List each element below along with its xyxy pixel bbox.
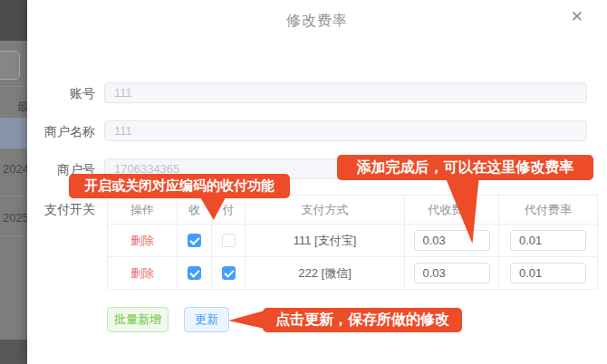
background-year-2024: 2024 bbox=[3, 162, 27, 176]
payment-method: 222 [微信] bbox=[246, 257, 405, 290]
background-input-fragment bbox=[0, 51, 20, 80]
update-tip-arrow bbox=[228, 311, 265, 329]
pay-checkbox[interactable] bbox=[222, 234, 236, 247]
account-input[interactable] bbox=[104, 82, 587, 103]
header-method: 支付方式 bbox=[246, 196, 405, 225]
payment-switch-label: 支付开关 bbox=[27, 202, 95, 218]
payment-method: 111 [支付宝] bbox=[246, 225, 405, 257]
payment-switch-table: 操作 收 付 支付方式 代收费率 代付费率 删除 111 [支付宝] 删除 22… bbox=[107, 195, 598, 290]
merchant-name-label: 商户名称 bbox=[27, 124, 95, 140]
receive-checkbox[interactable] bbox=[188, 266, 201, 280]
table-header-row: 操作 收 付 支付方式 代收费率 代付费率 bbox=[108, 196, 598, 225]
header-action: 操作 bbox=[108, 196, 178, 225]
table-row: 删除 222 [微信] bbox=[108, 257, 598, 290]
pay-checkbox[interactable] bbox=[222, 266, 236, 280]
pay-rate-input[interactable] bbox=[510, 230, 586, 251]
pay-rate-input[interactable] bbox=[510, 263, 586, 283]
batch-add-button[interactable]: 批量新增 bbox=[107, 307, 169, 332]
modify-rate-dialog: 修改费率 ✕ 账号 商户名称 商户号 支付开关 操作 收 付 支付方式 代收费率… bbox=[27, 0, 607, 364]
dialog-title: 修改费率 bbox=[27, 12, 607, 31]
dimmed-background-page: 最 2024 2025 bbox=[0, 0, 27, 364]
collect-rate-input[interactable] bbox=[414, 263, 490, 283]
header-pay-rate: 代付费率 bbox=[499, 196, 598, 225]
table-row: 删除 111 [支付宝] bbox=[108, 225, 598, 257]
update-tip-callout: 点击更新，保存所做的修改 bbox=[263, 308, 462, 332]
receive-checkbox[interactable] bbox=[188, 234, 201, 247]
merchant-name-input[interactable] bbox=[104, 120, 587, 141]
toggle-tip-callout: 开启或关闭对应编码的收付功能 bbox=[69, 174, 290, 198]
rate-tip-callout: 添加完成后，可以在这里修改费率 bbox=[337, 155, 593, 180]
delete-link[interactable]: 删除 bbox=[130, 233, 154, 249]
background-selected-row bbox=[0, 118, 27, 148]
background-header-bar bbox=[0, 0, 27, 41]
header-collect-rate: 代收费率 bbox=[405, 196, 499, 225]
collect-rate-input[interactable] bbox=[414, 230, 490, 251]
background-text-fragment: 最 bbox=[17, 99, 27, 115]
update-button[interactable]: 更新 bbox=[184, 307, 229, 332]
close-icon[interactable]: ✕ bbox=[571, 9, 583, 24]
delete-link[interactable]: 删除 bbox=[130, 265, 154, 282]
background-footer-bar bbox=[0, 340, 27, 364]
background-year-2025: 2025 bbox=[3, 211, 27, 225]
account-label: 账号 bbox=[27, 86, 95, 102]
